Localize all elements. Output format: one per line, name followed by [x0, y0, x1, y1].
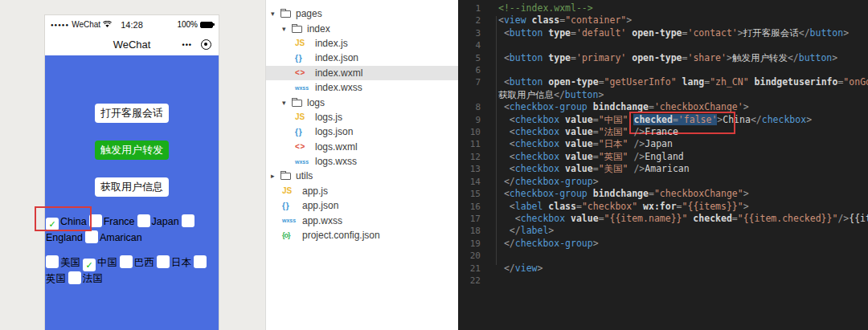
tree-item-label: index.js — [315, 38, 348, 49]
tree-item-logs.wxml[interactable]: < >logs.wxml — [266, 140, 458, 154]
code-line[interactable]: 5 <button type='primary' open-type='shar… — [458, 52, 868, 64]
tree-item-index.wxss[interactable]: wxssindex.wxss — [266, 80, 458, 95]
line-number: 13 — [458, 163, 481, 175]
mini-program-page: 打开客服会话触发用户转发获取用户信息 ✓ChinaFranceJapanEngl… — [45, 55, 219, 330]
tree-item-label: logs.js — [315, 112, 342, 123]
code-line[interactable]: 获取用户信息</button> — [458, 89, 868, 101]
share-button[interactable]: 触发用户转发 — [95, 141, 169, 160]
code-line[interactable]: 20 — [458, 250, 868, 262]
chevron-down-icon: ▾ — [282, 99, 292, 107]
code-line[interactable]: 1<!--index.wxml--> — [458, 2, 868, 14]
checkbox[interactable]: ✓ — [83, 259, 96, 271]
tree-item-index.js[interactable]: JSindex.js — [266, 36, 458, 51]
checkbox-label: France — [104, 216, 135, 227]
tree-item-logs[interactable]: ▾logs — [266, 95, 458, 109]
line-number: 6 — [458, 64, 481, 76]
getuserinfo-button[interactable]: 获取用户信息 — [95, 177, 169, 197]
line-number: 14 — [458, 176, 481, 188]
code-line[interactable]: 15 <checkbox-group bindchange="checkboxC… — [458, 188, 868, 200]
code-line[interactable]: 4 — [458, 39, 868, 51]
nav-bar: WeChat ••• — [45, 34, 219, 55]
checkbox-group-chinese: 美国✓中国巴西日本英国法国 — [46, 255, 218, 287]
carrier-label: WeChat — [72, 20, 100, 29]
checkbox[interactable] — [194, 255, 207, 268]
checkbox[interactable] — [182, 214, 194, 227]
code-line[interactable]: 18 </label> — [458, 225, 868, 237]
tree-item-project.config.json[interactable]: {o}project.config.json — [266, 228, 458, 242]
code-line[interactable]: 6 — [458, 64, 868, 76]
tree-item-logs.wxss[interactable]: wxsslogs.wxss — [266, 154, 458, 169]
tree-item-label: pages — [296, 8, 322, 19]
code-line[interactable]: 9 <checkbox value="中国" checked='false'>C… — [458, 114, 868, 126]
signal-dots-icon: ●●●●● — [51, 22, 69, 27]
checkbox[interactable] — [68, 271, 81, 284]
checkbox-label: Japan — [152, 216, 179, 227]
code-line[interactable]: 22 — [458, 275, 868, 287]
tree-item-logs.json[interactable]: { }logs.json — [266, 124, 458, 139]
wxss-file-icon: wxss — [282, 218, 300, 223]
checkbox-label: 法国 — [83, 273, 103, 284]
line-number: 19 — [458, 238, 481, 250]
line-number: 10 — [458, 126, 481, 138]
tree-item-label: utils — [296, 170, 313, 181]
line-number: 8 — [458, 101, 481, 113]
code-line[interactable]: 17 <checkbox value="{{item.name}}" check… — [458, 213, 868, 225]
tree-item-index.json[interactable]: { }index.json — [266, 51, 458, 65]
code-line[interactable]: 10 <checkbox value="法国" />France — [458, 126, 868, 138]
device-frame: ●●●●● WeChat 14:28 100% WeChat • — [44, 14, 219, 330]
wifi-icon — [103, 21, 112, 28]
code-line[interactable]: 16 <label class="checkbox" wx:for="{{ite… — [458, 201, 868, 213]
file-tree-panel: ▾pages▾indexJSindex.js{ }index.json< >in… — [265, 0, 458, 330]
js-file-icon: JS — [295, 39, 313, 47]
wxml-file-icon: < > — [295, 68, 313, 77]
code-line[interactable]: 7 <button open-type="getUserInfo" lang="… — [458, 76, 868, 88]
code-line[interactable]: 21 </view> — [458, 263, 868, 275]
code-line[interactable]: 14 </checkbox-group> — [458, 176, 868, 188]
checkbox-label: Amarican — [100, 232, 142, 243]
checkbox[interactable] — [137, 214, 150, 227]
tree-item-pages[interactable]: ▾pages — [266, 6, 458, 21]
code-line[interactable]: 8 <checkbox-group bindchange='checkboxCh… — [458, 101, 868, 113]
checkbox[interactable] — [157, 255, 170, 268]
tree-item-label: index — [307, 23, 330, 35]
js-file-icon: JS — [282, 186, 300, 195]
checkbox[interactable] — [46, 255, 59, 268]
tree-item-app.wxss[interactable]: wxssapp.wxss — [266, 213, 458, 227]
tree-item-label: project.config.json — [302, 230, 380, 241]
line-number: 16 — [458, 201, 481, 213]
line-number: 5 — [458, 52, 481, 64]
tree-item-app.js[interactable]: JSapp.js — [266, 184, 458, 198]
js-file-icon: JS — [295, 112, 313, 121]
code-editor-panel[interactable]: 1<!--index.wxml-->2<view class="containe… — [458, 0, 868, 330]
checkbox[interactable] — [85, 230, 98, 243]
tree-item-index[interactable]: ▾index — [266, 21, 458, 35]
code-line[interactable]: 3 <button type='default' open-type='cont… — [458, 27, 868, 39]
code-line[interactable]: 11 <checkbox value="日本" />Japan — [458, 138, 868, 150]
code-line[interactable]: 19 </checkbox-group> — [458, 238, 868, 250]
contact-button[interactable]: 打开客服会话 — [95, 104, 169, 123]
json-file-icon: { } — [295, 128, 313, 136]
exit-target-icon[interactable] — [201, 39, 211, 50]
simulator-panel: ●●●●● WeChat 14:28 100% WeChat • — [0, 0, 265, 330]
config-file-icon: {o} — [282, 231, 300, 239]
capsule-menu: ••• — [182, 34, 211, 55]
code-line[interactable]: 12 <checkbox value="英国" />England — [458, 151, 868, 163]
button-stack: 打开客服会话触发用户转发获取用户信息 — [45, 104, 219, 197]
checkbox-label: 中国 — [97, 257, 117, 268]
annotation-box-simulator — [35, 206, 92, 231]
nav-title: WeChat — [113, 39, 151, 51]
line-number: 22 — [458, 275, 481, 287]
checkbox[interactable] — [120, 255, 133, 268]
tree-item-utils[interactable]: ▸utils — [266, 169, 458, 183]
folder-icon — [280, 173, 291, 180]
line-number: 17 — [458, 213, 481, 225]
tree-item-index.wxml[interactable]: < >index.wxml — [266, 66, 458, 80]
more-icon[interactable]: ••• — [182, 41, 192, 49]
wxss-file-icon: wxss — [295, 159, 313, 165]
line-number: 9 — [458, 114, 481, 126]
tree-item-logs.js[interactable]: JSlogs.js — [266, 110, 458, 124]
code-line[interactable]: 2<view class="container"> — [458, 14, 868, 26]
folder-icon — [292, 100, 302, 107]
tree-item-app.json[interactable]: { }app.json — [266, 198, 458, 213]
code-line[interactable]: 13 <checkbox value="美国" />Amarican — [458, 163, 868, 175]
